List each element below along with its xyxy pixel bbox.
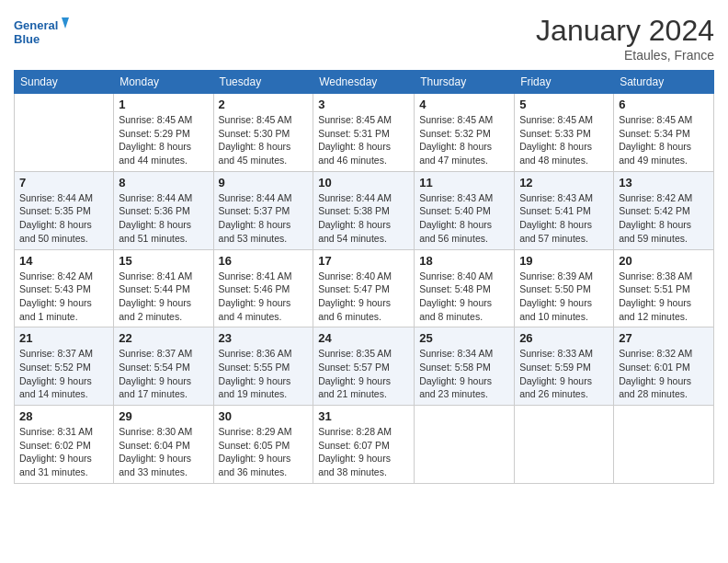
day-cell: 26Sunrise: 8:33 AMSunset: 5:59 PMDayligh…: [515, 327, 614, 406]
day-cell: 19Sunrise: 8:39 AMSunset: 5:50 PMDayligh…: [515, 249, 614, 327]
day-number: 9: [219, 176, 309, 190]
day-cell: 29Sunrise: 8:30 AMSunset: 6:04 PMDayligh…: [114, 406, 213, 484]
day-cell: 3Sunrise: 8:45 AMSunset: 5:31 PMDaylight…: [313, 94, 415, 172]
day-header-tuesday: Tuesday: [213, 71, 313, 94]
day-number: 23: [219, 331, 309, 345]
day-info: Sunrise: 8:40 AMSunset: 5:47 PMDaylight:…: [318, 270, 409, 324]
month-title: January 2024: [536, 14, 714, 48]
day-header-monday: Monday: [114, 71, 213, 94]
day-number: 19: [519, 254, 609, 268]
day-cell: 6Sunrise: 8:45 AMSunset: 5:34 PMDaylight…: [614, 94, 714, 172]
day-cell: 23Sunrise: 8:36 AMSunset: 5:55 PMDayligh…: [213, 327, 313, 406]
day-header-thursday: Thursday: [415, 71, 515, 94]
location: Etaules, France: [536, 48, 714, 63]
header: General Blue January 2024 Etaules, Franc…: [14, 14, 714, 63]
day-info: Sunrise: 8:45 AMSunset: 5:32 PMDaylight:…: [419, 113, 509, 167]
day-number: 31: [318, 409, 409, 423]
day-info: Sunrise: 8:30 AMSunset: 6:04 PMDaylight:…: [119, 425, 208, 479]
day-info: Sunrise: 8:44 AMSunset: 5:38 PMDaylight:…: [318, 191, 409, 246]
day-info: Sunrise: 8:43 AMSunset: 5:41 PMDaylight:…: [519, 191, 609, 246]
day-info: Sunrise: 8:36 AMSunset: 5:55 PMDaylight:…: [219, 347, 309, 401]
day-info: Sunrise: 8:44 AMSunset: 5:37 PMDaylight:…: [219, 191, 309, 246]
day-cell: 18Sunrise: 8:40 AMSunset: 5:48 PMDayligh…: [415, 249, 515, 327]
day-info: Sunrise: 8:33 AMSunset: 5:59 PMDaylight:…: [519, 347, 609, 401]
day-cell: [415, 406, 515, 484]
day-info: Sunrise: 8:45 AMSunset: 5:30 PMDaylight:…: [219, 113, 309, 167]
day-number: 14: [19, 254, 108, 268]
day-info: Sunrise: 8:35 AMSunset: 5:57 PMDaylight:…: [318, 347, 409, 401]
day-cell: [15, 94, 114, 172]
day-cell: 24Sunrise: 8:35 AMSunset: 5:57 PMDayligh…: [313, 327, 415, 406]
day-number: 26: [519, 331, 609, 345]
day-cell: 7Sunrise: 8:44 AMSunset: 5:35 PMDaylight…: [15, 171, 114, 249]
day-number: 25: [419, 331, 509, 345]
day-number: 24: [318, 331, 409, 345]
day-number: 10: [318, 176, 409, 190]
page-container: General Blue January 2024 Etaules, Franc…: [0, 0, 728, 563]
day-number: 7: [19, 176, 108, 190]
logo: General Blue: [14, 14, 69, 51]
day-cell: 10Sunrise: 8:44 AMSunset: 5:38 PMDayligh…: [313, 171, 415, 249]
header-row: SundayMondayTuesdayWednesdayThursdayFrid…: [15, 71, 714, 94]
svg-text:General: General: [14, 18, 58, 32]
title-block: January 2024 Etaules, France: [536, 14, 714, 63]
day-info: Sunrise: 8:42 AMSunset: 5:43 PMDaylight:…: [19, 270, 108, 324]
day-cell: 8Sunrise: 8:44 AMSunset: 5:36 PMDaylight…: [114, 171, 213, 249]
week-row-4: 21Sunrise: 8:37 AMSunset: 5:52 PMDayligh…: [15, 327, 714, 406]
day-info: Sunrise: 8:38 AMSunset: 5:51 PMDaylight:…: [619, 270, 709, 324]
day-info: Sunrise: 8:44 AMSunset: 5:35 PMDaylight:…: [19, 191, 108, 246]
day-number: 28: [19, 409, 108, 423]
day-cell: 2Sunrise: 8:45 AMSunset: 5:30 PMDaylight…: [213, 94, 313, 172]
day-number: 18: [419, 254, 509, 268]
day-info: Sunrise: 8:42 AMSunset: 5:42 PMDaylight:…: [619, 191, 709, 246]
day-cell: 9Sunrise: 8:44 AMSunset: 5:37 PMDaylight…: [213, 171, 313, 249]
day-number: 4: [419, 98, 509, 111]
week-row-3: 14Sunrise: 8:42 AMSunset: 5:43 PMDayligh…: [15, 249, 714, 327]
day-header-sunday: Sunday: [15, 71, 114, 94]
day-info: Sunrise: 8:45 AMSunset: 5:31 PMDaylight:…: [318, 113, 409, 167]
day-info: Sunrise: 8:31 AMSunset: 6:02 PMDaylight:…: [19, 425, 108, 479]
day-number: 17: [318, 254, 409, 268]
day-number: 11: [419, 176, 509, 190]
day-cell: 20Sunrise: 8:38 AMSunset: 5:51 PMDayligh…: [614, 249, 714, 327]
day-info: Sunrise: 8:45 AMSunset: 5:34 PMDaylight:…: [619, 113, 709, 167]
day-cell: [614, 406, 714, 484]
day-cell: 15Sunrise: 8:41 AMSunset: 5:44 PMDayligh…: [114, 249, 213, 327]
day-cell: 25Sunrise: 8:34 AMSunset: 5:58 PMDayligh…: [415, 327, 515, 406]
calendar-table: SundayMondayTuesdayWednesdayThursdayFrid…: [14, 70, 714, 484]
day-header-saturday: Saturday: [614, 71, 714, 94]
day-cell: 21Sunrise: 8:37 AMSunset: 5:52 PMDayligh…: [15, 327, 114, 406]
day-cell: 17Sunrise: 8:40 AMSunset: 5:47 PMDayligh…: [313, 249, 415, 327]
day-info: Sunrise: 8:37 AMSunset: 5:54 PMDaylight:…: [119, 347, 208, 401]
day-cell: [515, 406, 614, 484]
day-number: 3: [318, 98, 409, 111]
day-info: Sunrise: 8:45 AMSunset: 5:33 PMDaylight:…: [519, 113, 609, 167]
day-cell: 14Sunrise: 8:42 AMSunset: 5:43 PMDayligh…: [15, 249, 114, 327]
day-info: Sunrise: 8:41 AMSunset: 5:44 PMDaylight:…: [119, 270, 208, 324]
day-number: 1: [119, 98, 208, 111]
day-number: 16: [219, 254, 309, 268]
day-info: Sunrise: 8:43 AMSunset: 5:40 PMDaylight:…: [419, 191, 509, 246]
day-number: 29: [119, 409, 208, 423]
day-cell: 30Sunrise: 8:29 AMSunset: 6:05 PMDayligh…: [213, 406, 313, 484]
day-cell: 22Sunrise: 8:37 AMSunset: 5:54 PMDayligh…: [114, 327, 213, 406]
day-header-wednesday: Wednesday: [313, 71, 415, 94]
day-number: 5: [519, 98, 609, 111]
day-info: Sunrise: 8:45 AMSunset: 5:29 PMDaylight:…: [119, 113, 208, 167]
day-info: Sunrise: 8:28 AMSunset: 6:07 PMDaylight:…: [318, 425, 409, 479]
day-number: 21: [19, 331, 108, 345]
week-row-2: 7Sunrise: 8:44 AMSunset: 5:35 PMDaylight…: [15, 171, 714, 249]
svg-text:Blue: Blue: [14, 32, 40, 46]
day-info: Sunrise: 8:37 AMSunset: 5:52 PMDaylight:…: [19, 347, 108, 401]
week-row-5: 28Sunrise: 8:31 AMSunset: 6:02 PMDayligh…: [15, 406, 714, 484]
day-info: Sunrise: 8:39 AMSunset: 5:50 PMDaylight:…: [519, 270, 609, 324]
day-cell: 31Sunrise: 8:28 AMSunset: 6:07 PMDayligh…: [313, 406, 415, 484]
day-number: 30: [219, 409, 309, 423]
day-cell: 16Sunrise: 8:41 AMSunset: 5:46 PMDayligh…: [213, 249, 313, 327]
day-number: 20: [619, 254, 709, 268]
day-info: Sunrise: 8:44 AMSunset: 5:36 PMDaylight:…: [119, 191, 208, 246]
day-header-friday: Friday: [515, 71, 614, 94]
day-cell: 27Sunrise: 8:32 AMSunset: 6:01 PMDayligh…: [614, 327, 714, 406]
day-cell: 1Sunrise: 8:45 AMSunset: 5:29 PMDaylight…: [114, 94, 213, 172]
day-info: Sunrise: 8:29 AMSunset: 6:05 PMDaylight:…: [219, 425, 309, 479]
